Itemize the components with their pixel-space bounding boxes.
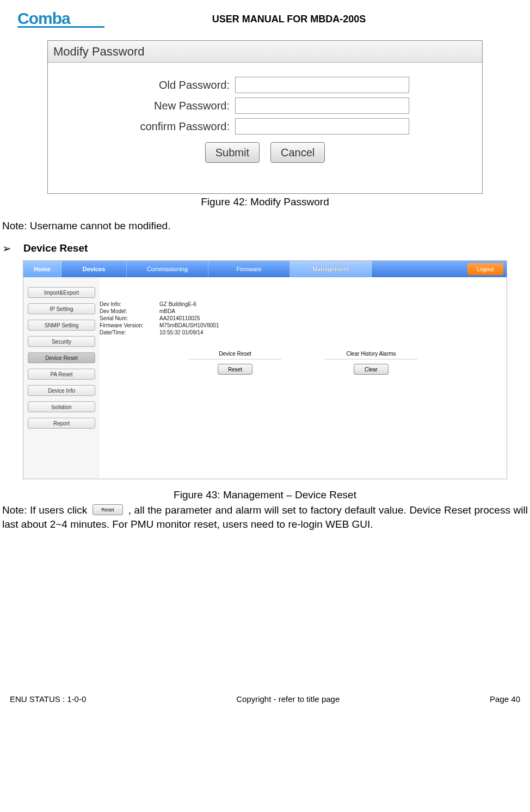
modify-password-dialog: Modify Password Old Password: New Passwo… [47, 40, 483, 194]
sidebar-item-import-export[interactable]: Import&Export [28, 287, 95, 298]
sidebar-item-ip-setting[interactable]: IP Setting [28, 303, 95, 314]
figure-43-caption: Figure 43: Management – Device Reset [0, 489, 530, 501]
info-val: 10:55:32 01/09/14 [159, 329, 246, 335]
info-val: AA20140110025 [159, 315, 246, 321]
device-info-table: Dev Info:GZ BuildingE-6 Dev Model:mBDA S… [100, 301, 507, 335]
confirm-password-input[interactable] [235, 118, 409, 135]
sidebar-item-isolation[interactable]: Isolation [28, 401, 95, 412]
nav-firmware[interactable]: Firmware [208, 261, 290, 277]
new-password-label: New Password: [121, 100, 230, 112]
info-key: Date/Time: [100, 329, 159, 335]
bullet-text: Device Reset [23, 242, 88, 254]
footer-right: Page 40 [490, 694, 520, 704]
note-username: Note: Username cannot be modified. [2, 220, 530, 232]
sidebar-item-device-info[interactable]: Device Info [28, 385, 95, 396]
footer-center: Copyright - refer to title page [236, 694, 340, 704]
figure-42-caption: Figure 42: Modify Password [0, 196, 530, 208]
nav-commissioning[interactable]: Commissioning [127, 261, 208, 277]
svg-rect-1 [17, 26, 104, 28]
page-header: Comba USER MANUAL FOR MBDA-200S [0, 10, 530, 32]
sidebar-item-snmp-setting[interactable]: SNMP Setting [28, 320, 95, 331]
info-key: Firmware Version: [100, 322, 159, 328]
sidebar-item-pa-reset[interactable]: PA Reset [28, 369, 95, 380]
nav-home[interactable]: Home [23, 261, 61, 277]
info-key: Dev Info: [100, 301, 159, 307]
inline-reset-button-icon: Reset [93, 504, 123, 515]
sidebar: Import&Export IP Setting SNMP Setting Se… [23, 277, 100, 479]
sidebar-item-report[interactable]: Report [28, 418, 95, 429]
info-val: mBDA [159, 308, 246, 314]
nav-spacer [372, 261, 464, 277]
reset-button[interactable]: Reset [218, 364, 252, 375]
device-reset-heading: ➢ Device Reset [2, 242, 530, 255]
clear-button[interactable]: Clear [354, 364, 389, 375]
sidebar-item-security[interactable]: Security [28, 336, 95, 347]
info-key: Serial Num: [100, 315, 159, 321]
sidebar-item-device-reset[interactable]: Device Reset [28, 352, 95, 363]
old-password-input[interactable] [235, 77, 409, 93]
dialog-title: Modify Password [48, 41, 482, 63]
clear-alarms-column: Clear History Alarms Clear [325, 351, 417, 375]
info-val: M75mBDAUSH10V8001 [159, 322, 246, 328]
nav-devices[interactable]: Devices [61, 261, 127, 277]
logout-button[interactable]: Logout [467, 263, 503, 275]
cancel-button[interactable]: Cancel [270, 142, 325, 163]
top-nav: Home Devices Commissioning Firmware Mana… [23, 261, 507, 277]
note2-pre: Note: If users click [2, 504, 90, 516]
page-footer: ENU STATUS : 1-0-0 Copyright - refer to … [0, 694, 530, 704]
management-screenshot: Home Devices Commissioning Firmware Mana… [23, 260, 507, 479]
old-password-label: Old Password: [121, 79, 230, 91]
new-password-input[interactable] [235, 97, 409, 114]
main-panel: Dev Info:GZ BuildingE-6 Dev Model:mBDA S… [100, 277, 507, 479]
nav-management[interactable]: Management [290, 261, 372, 277]
footer-left: ENU STATUS : 1-0-0 [10, 694, 86, 704]
info-key: Dev Model: [100, 308, 159, 314]
note2-post1: , all the parameter and alarm will set t… [128, 504, 474, 516]
clear-alarms-head: Clear History Alarms [325, 351, 417, 359]
bullet-icon: ➢ [2, 242, 11, 255]
device-reset-column: Device Reset Reset [189, 351, 281, 375]
info-val: GZ BuildingE-6 [159, 301, 246, 307]
device-reset-head: Device Reset [189, 351, 281, 359]
confirm-password-label: confirm Password: [121, 120, 230, 133]
note-reset: Note: If users click Reset , all the par… [2, 503, 528, 531]
doc-title: USER MANUAL FOR MBDA-200S [52, 14, 526, 25]
submit-button[interactable]: Submit [205, 142, 260, 163]
